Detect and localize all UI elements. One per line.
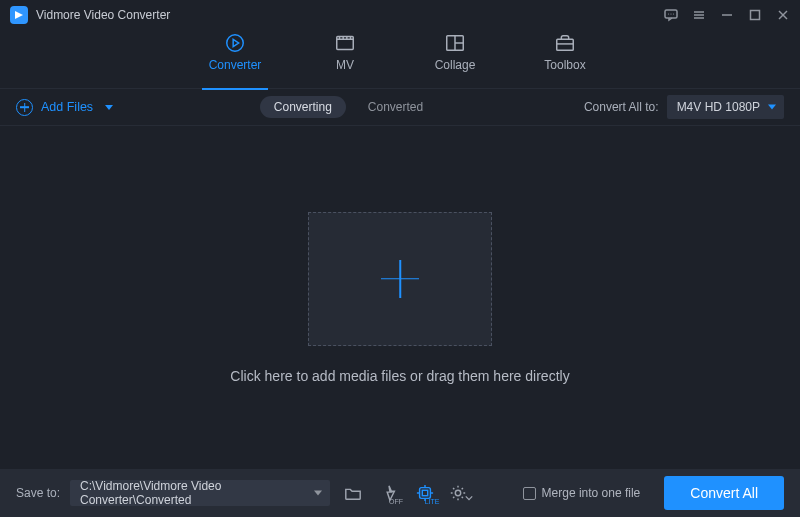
menu-icon[interactable] bbox=[692, 8, 706, 22]
toolbox-icon bbox=[554, 32, 576, 54]
feedback-icon[interactable] bbox=[664, 8, 678, 22]
plus-icon bbox=[381, 260, 419, 298]
converter-icon bbox=[224, 32, 246, 54]
tab-collage[interactable]: Collage bbox=[426, 32, 484, 84]
svg-point-2 bbox=[670, 13, 671, 14]
minimize-icon[interactable] bbox=[720, 8, 734, 22]
svg-point-24 bbox=[455, 490, 460, 495]
tab-toolbox[interactable]: Toolbox bbox=[536, 32, 594, 84]
save-path-value: C:\Vidmore\Vidmore Video Converter\Conve… bbox=[80, 479, 304, 507]
output-format-value: M4V HD 1080P bbox=[677, 100, 760, 114]
hw-accel-off-button[interactable]: OFF bbox=[376, 480, 402, 506]
save-to-label: Save to: bbox=[16, 486, 60, 500]
close-icon[interactable] bbox=[776, 8, 790, 22]
add-files-label: Add Files bbox=[41, 100, 93, 114]
hw-accel-lite-button[interactable]: LITE bbox=[412, 480, 438, 506]
svg-point-1 bbox=[668, 13, 669, 14]
tab-label: Toolbox bbox=[544, 58, 585, 72]
tab-label: Converter bbox=[209, 58, 262, 72]
dropzone[interactable] bbox=[308, 212, 492, 346]
merge-label: Merge into one file bbox=[542, 486, 641, 500]
merge-checkbox[interactable]: Merge into one file bbox=[523, 486, 641, 500]
tab-mv[interactable]: MV bbox=[316, 32, 374, 84]
tab-converter[interactable]: Converter bbox=[206, 32, 264, 84]
checkbox-icon bbox=[523, 487, 536, 500]
output-format-dropdown[interactable]: M4V HD 1080P bbox=[667, 95, 784, 119]
segment-converted[interactable]: Converted bbox=[354, 96, 437, 118]
maximize-icon[interactable] bbox=[748, 8, 762, 22]
main-tabs: Converter MV Collage Toolbox bbox=[0, 30, 800, 84]
chevron-down-icon bbox=[465, 494, 473, 502]
app-title: Vidmore Video Converter bbox=[36, 8, 170, 22]
segment-converting[interactable]: Converting bbox=[260, 96, 346, 118]
tab-label: Collage bbox=[435, 58, 476, 72]
add-files-button[interactable]: Add Files bbox=[16, 99, 113, 116]
open-folder-button[interactable] bbox=[340, 480, 366, 506]
bottombar: Save to: C:\Vidmore\Vidmore Video Conver… bbox=[0, 469, 800, 517]
chevron-down-icon bbox=[105, 105, 113, 110]
app-logo bbox=[10, 6, 28, 24]
svg-rect-16 bbox=[557, 39, 574, 50]
convert-all-to-label: Convert All to: bbox=[584, 100, 659, 114]
svg-rect-8 bbox=[751, 11, 760, 20]
titlebar: Vidmore Video Converter bbox=[0, 0, 800, 30]
svg-point-3 bbox=[673, 13, 674, 14]
hw-off-label: OFF bbox=[389, 498, 403, 505]
convert-all-button[interactable]: Convert All bbox=[664, 476, 784, 510]
titlebar-controls bbox=[664, 8, 790, 22]
save-path-dropdown[interactable]: C:\Vidmore\Vidmore Video Converter\Conve… bbox=[70, 480, 330, 506]
hw-lite-label: LITE bbox=[425, 498, 440, 505]
dropzone-hint[interactable]: Click here to add media files or drag th… bbox=[230, 368, 569, 384]
settings-button[interactable] bbox=[448, 480, 474, 506]
svg-rect-19 bbox=[422, 490, 427, 495]
tab-label: MV bbox=[336, 58, 354, 72]
toolbar: Add Files Converting Converted Convert A… bbox=[0, 88, 800, 126]
plus-circle-icon bbox=[16, 99, 33, 116]
collage-icon bbox=[444, 32, 466, 54]
mv-icon bbox=[334, 32, 356, 54]
status-segment: Converting Converted bbox=[260, 96, 437, 118]
convert-all-to: Convert All to: M4V HD 1080P bbox=[584, 95, 784, 119]
main-area: Click here to add media files or drag th… bbox=[0, 126, 800, 469]
svg-point-11 bbox=[227, 35, 244, 52]
